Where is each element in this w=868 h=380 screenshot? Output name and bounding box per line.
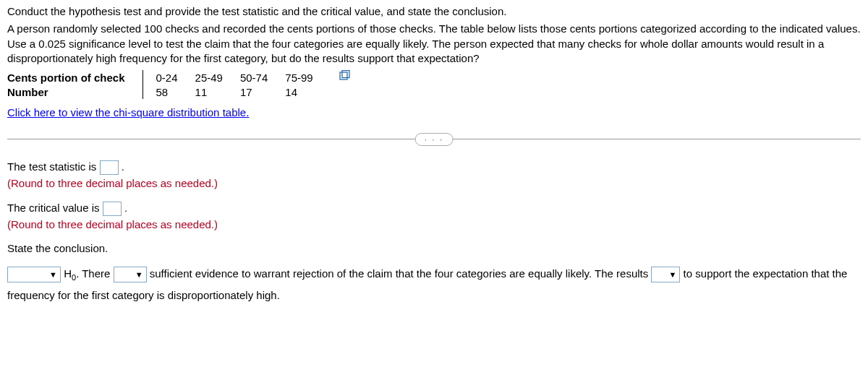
value-cell: 14 xyxy=(285,85,330,99)
data-table: Cents portion of check 0-24 25-49 50-74 … xyxy=(7,70,331,99)
conclusion-mid-text: sufficient evidence to warrant rejection… xyxy=(150,267,652,280)
expand-ellipsis-button[interactable]: · · · xyxy=(415,133,454,146)
critical-value-input[interactable] xyxy=(103,202,122,216)
table-row: Cents portion of check 0-24 25-49 50-74 … xyxy=(7,70,331,85)
results-dropdown[interactable]: ▼ xyxy=(651,267,680,282)
h0-text: H xyxy=(64,267,72,280)
test-statistic-label: The test statistic is xyxy=(7,160,100,173)
value-cell: 17 xyxy=(240,85,285,99)
critical-value-label: The critical value is xyxy=(7,202,103,214)
category-cell: 25-49 xyxy=(195,70,240,85)
category-cell: 50-74 xyxy=(240,70,285,85)
copy-icon[interactable] xyxy=(339,70,351,80)
rounding-hint: (Round to three decimal places as needed… xyxy=(7,218,218,230)
category-cell: 75-99 xyxy=(285,70,330,85)
chevron-down-icon: ▼ xyxy=(49,267,57,282)
period: . xyxy=(124,202,127,214)
category-cell: 0-24 xyxy=(142,70,195,85)
period: . xyxy=(122,160,124,173)
chevron-down-icon: ▼ xyxy=(669,267,677,282)
conclusion-decision-dropdown[interactable]: ▼ xyxy=(7,267,61,282)
instruction-line-1: Conduct the hypothesis test and provide … xyxy=(7,4,861,19)
state-conclusion-label: State the conclusion. xyxy=(7,242,108,254)
value-cell: 58 xyxy=(142,85,195,99)
test-statistic-input[interactable] xyxy=(100,160,119,175)
value-cell: 11 xyxy=(195,85,240,99)
table-row: Number 58 11 17 14 xyxy=(7,85,331,99)
svg-rect-0 xyxy=(340,72,347,79)
row-label-number: Number xyxy=(7,85,142,99)
chevron-down-icon: ▼ xyxy=(135,267,143,282)
rounding-hint: (Round to three decimal places as needed… xyxy=(7,177,218,189)
h0-after: . There xyxy=(76,267,113,280)
svg-rect-1 xyxy=(342,71,349,78)
instruction-line-2: A person randomly selected 100 checks an… xyxy=(7,22,861,66)
evidence-dropdown[interactable]: ▼ xyxy=(114,267,147,282)
chi-square-table-link[interactable]: Click here to view the chi-square distri… xyxy=(7,106,249,118)
row-label-categories: Cents portion of check xyxy=(7,70,142,85)
